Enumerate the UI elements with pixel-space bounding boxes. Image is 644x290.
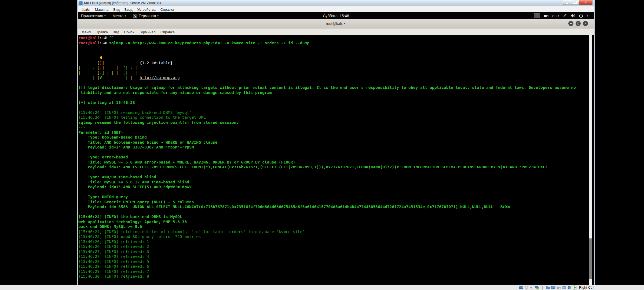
terminal-line: Type: error-based xyxy=(78,155,576,160)
terminal-icon xyxy=(133,14,137,18)
vbox-menu-item[interactable]: Машина xyxy=(93,7,111,12)
power-icon[interactable] xyxy=(579,14,583,18)
keyboard-layout-label: en xyxy=(552,14,557,18)
chevron-down-icon[interactable]: ▾ xyxy=(587,15,588,17)
terminal-line: [15:46:29] [INFO] retrieved: 7 xyxy=(78,269,576,274)
volume-icon[interactable] xyxy=(570,14,575,18)
terminal-line: Title: MySQL >= 5.0.12 AND time-based bl… xyxy=(78,180,576,185)
terminal-line: back-end DBMS: MySQL >= 5.0 xyxy=(78,224,576,229)
terminal-line xyxy=(78,105,576,110)
terminal-window-controls: × xyxy=(568,21,588,26)
terminal-scrollbar[interactable] xyxy=(589,35,592,285)
terminal-menu-item[interactable]: Поиск xyxy=(122,30,136,35)
close-icon: × xyxy=(584,22,587,25)
audio-icon[interactable] xyxy=(530,285,534,290)
chevron-down-icon: ▾ xyxy=(558,15,559,17)
terminal-line: Type: AND/OR time-based blind xyxy=(78,175,576,180)
terminal-line: [15:46:24] [INFO] the back-end DBMS is M… xyxy=(78,214,576,219)
camera-icon[interactable] xyxy=(544,14,548,18)
maximize-button[interactable] xyxy=(571,0,579,5)
scrollbar-thumb[interactable] xyxy=(589,238,592,279)
terminal-line: Parameter: id (GET) xyxy=(78,130,576,135)
terminal-line: Payload: id=1' AND (SELECT 2899 FROM(SEL… xyxy=(78,165,576,170)
virtualbox-logo-icon xyxy=(79,1,83,5)
applications-menu[interactable]: Приложения▾ xyxy=(81,14,105,18)
terminal-line: [15:46:30] [INFO] retrieved: 8 xyxy=(78,274,576,279)
network-icon[interactable] xyxy=(535,285,540,290)
chevron-down-icon: ▾ xyxy=(104,15,106,17)
terminal-line: [15:46:29] [INFO] retrieved: 6 xyxy=(78,264,576,269)
close-button[interactable]: × xyxy=(579,0,592,5)
close-icon: × xyxy=(585,1,587,4)
terminal-title: root@kali: ~ xyxy=(326,21,346,26)
terminal-line xyxy=(78,45,576,50)
terminal-line: Title: MySQL >= 5.0 AND error-based - WH… xyxy=(78,160,576,165)
terminal-line: Payload: id=-8588' UNION ALL SELECT NULL… xyxy=(78,204,576,209)
minimize-button[interactable] xyxy=(563,0,571,5)
places-menu[interactable]: Места▾ xyxy=(112,14,126,18)
hard-disk-icon[interactable] xyxy=(519,285,524,290)
display-icon[interactable] xyxy=(551,285,556,290)
terminal-titlebar[interactable]: root@kali: ~ × xyxy=(78,19,594,28)
vbox-window-title: Kali Linux (чистая) [Работает] - Oracle … xyxy=(84,1,161,5)
terminal-menu-label: Терминал xyxy=(139,14,156,18)
terminal-line: Title: AND boolean-based blind - WHERE o… xyxy=(78,140,576,145)
terminal-maximize-button[interactable] xyxy=(576,21,581,26)
terminal-menu-item[interactable]: Правка xyxy=(94,30,110,35)
usb-icon[interactable] xyxy=(540,285,545,290)
terminal-line: liability and are not responsible for an… xyxy=(78,90,576,95)
terminal-line: [15:46:24] [INFO] fetching entries of co… xyxy=(78,229,576,234)
mouse-integration-icon[interactable] xyxy=(567,285,572,290)
terminal-line: __H__ xyxy=(78,55,576,60)
terminal-line: [!] legal disclaimer: Usage of sqlmap fo… xyxy=(78,85,576,90)
terminal-line: Title: Generic UNION query (NULL) - 5 co… xyxy=(78,200,576,205)
chevron-down-icon: ▾ xyxy=(157,15,159,17)
text-cursor-pointer: I xyxy=(128,276,130,281)
terminal-app-menu[interactable]: Терминал▾ xyxy=(133,14,159,18)
vbox-status-bar: URight Ctrl xyxy=(0,285,644,290)
minimize-icon xyxy=(566,3,568,4)
video-capture-icon[interactable] xyxy=(557,285,561,290)
terminal-line: root@kali:~# sqlmap -u http://www.kvm.co… xyxy=(78,41,576,46)
panel-clock[interactable]: Суббота, 15:46 xyxy=(323,14,349,18)
terminal-line: |_ -| . [.] | .'| . | xyxy=(78,65,576,70)
terminal-body[interactable]: root@kali:~# ^Croot@kali:~# sqlmap -u ht… xyxy=(78,35,594,285)
terminal-line: [15:46:25] [INFO] used SQL query returns… xyxy=(78,234,576,239)
terminal-line: web application technology: Apache, PHP … xyxy=(78,219,576,224)
terminal-line: root@kali:~# ^C xyxy=(78,35,576,41)
terminal-line: --- xyxy=(78,209,576,215)
screen: Kali Linux (чистая) [Работает] - Oracle … xyxy=(0,0,644,290)
terminal-menu-item[interactable]: Файл xyxy=(80,30,93,35)
features-icon[interactable]: U xyxy=(562,285,566,290)
terminal-line xyxy=(78,190,576,195)
vbox-menu-item[interactable]: Ввод xyxy=(122,7,135,12)
terminal-line: [15:46:26] [INFO] retrieved: 2 xyxy=(78,244,576,249)
brush-icon[interactable] xyxy=(563,14,567,18)
vbox-status-icons: URight Ctrl xyxy=(519,285,594,290)
keyboard-layout-menu[interactable]: en▾ xyxy=(552,14,559,18)
terminal-line: Payload: id=1' AND SLEEP(5) AND 'dpWV'='… xyxy=(78,184,576,190)
keyboard-capture-icon[interactable] xyxy=(573,285,577,290)
terminal-line: |___|_ [.]_|_|_|__,| _| xyxy=(78,70,576,75)
terminal-minimize-button[interactable] xyxy=(568,21,573,26)
applications-label: Приложения xyxy=(81,14,103,18)
guest-screen: Приложения▾ Места▾ Терминал▾ Суббота, 15… xyxy=(78,12,594,285)
optical-disc-icon[interactable] xyxy=(524,285,529,290)
workspace-indicator[interactable]: 1 xyxy=(534,13,540,18)
vbox-titlebar[interactable]: Kali Linux (чистая) [Работает] - Oracle … xyxy=(78,0,594,6)
chevron-down-icon: ▾ xyxy=(125,15,126,17)
vbox-menu-item[interactable]: Вид xyxy=(111,7,122,12)
terminal-line xyxy=(78,80,576,85)
panel-right: 1 en▾ ▾ xyxy=(534,12,588,19)
terminal-line xyxy=(78,95,576,100)
terminal-menu-item[interactable]: Справка xyxy=(159,30,177,35)
vbox-menu-item[interactable]: Устройства xyxy=(135,7,158,12)
vbox-menu-item[interactable]: Справка xyxy=(158,7,176,12)
shared-folders-icon[interactable] xyxy=(546,285,550,290)
terminal-line: [15:46:24] [INFO] testing connection to … xyxy=(78,115,576,120)
terminal-menu-item[interactable]: Терминал xyxy=(137,30,158,35)
terminal-menu-item[interactable]: Вид xyxy=(111,30,121,35)
vbox-menu-item[interactable]: Файл xyxy=(79,7,92,12)
terminal-close-button[interactable]: × xyxy=(583,21,588,26)
vbox-window-controls: × xyxy=(563,0,592,5)
